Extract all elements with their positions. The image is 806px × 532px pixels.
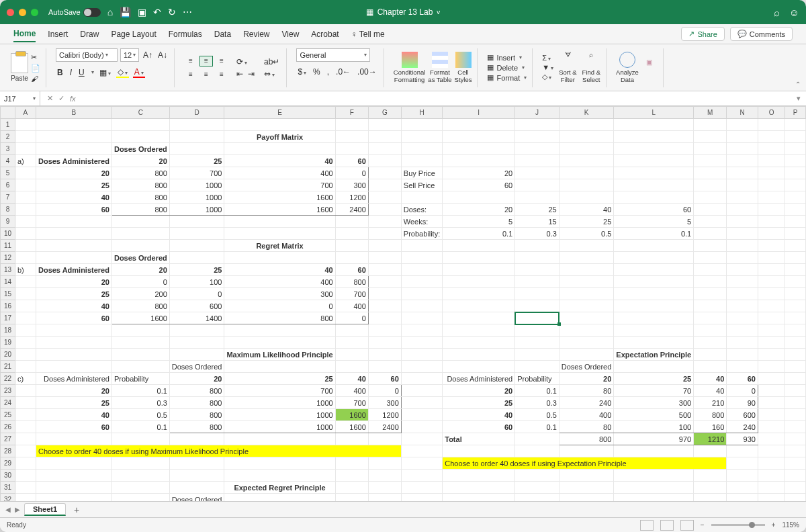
cell[interactable] bbox=[111, 470, 169, 482]
search-icon[interactable]: ⌕ bbox=[774, 7, 780, 18]
cell[interactable] bbox=[559, 312, 614, 324]
cell[interactable] bbox=[694, 252, 727, 264]
cell[interactable] bbox=[727, 143, 758, 155]
row-header[interactable]: 7 bbox=[1, 191, 15, 204]
tab-draw[interactable]: Draw bbox=[80, 27, 99, 42]
row-header[interactable]: 29 bbox=[1, 457, 15, 470]
cell[interactable]: 40 bbox=[335, 373, 368, 385]
cell[interactable]: 240 bbox=[559, 397, 614, 409]
row-header[interactable]: 6 bbox=[1, 179, 15, 191]
cell[interactable] bbox=[15, 167, 36, 179]
cell[interactable] bbox=[169, 482, 224, 494]
row-header[interactable]: 9 bbox=[1, 216, 15, 228]
cell[interactable] bbox=[368, 240, 401, 252]
cell[interactable] bbox=[401, 373, 442, 385]
cell[interactable]: 0.3 bbox=[515, 228, 559, 240]
cell[interactable] bbox=[559, 276, 614, 288]
cell[interactable]: 60 bbox=[443, 421, 515, 433]
cell[interactable] bbox=[335, 119, 368, 131]
cell[interactable] bbox=[727, 300, 758, 312]
cell[interactable]: 800 bbox=[111, 300, 169, 312]
align-center-icon[interactable]: ≡ bbox=[199, 69, 213, 80]
cell[interactable] bbox=[515, 240, 559, 252]
cell[interactable] bbox=[335, 324, 368, 337]
cell[interactable] bbox=[694, 228, 727, 240]
cancel-icon[interactable]: ✕ bbox=[47, 94, 53, 103]
cell[interactable] bbox=[111, 240, 169, 252]
cell[interactable] bbox=[36, 457, 111, 470]
cell[interactable] bbox=[368, 494, 401, 502]
cell[interactable] bbox=[614, 337, 694, 349]
col-header[interactable]: K bbox=[559, 107, 614, 119]
format-cells-button[interactable]: ▦ Format ▾ bbox=[487, 73, 527, 82]
cell[interactable]: 700 bbox=[224, 385, 335, 397]
cell[interactable] bbox=[401, 155, 442, 167]
cell[interactable]: 15 bbox=[515, 216, 559, 228]
cell[interactable]: Choose to order 40 doses if using Expect… bbox=[443, 457, 727, 470]
cell[interactable] bbox=[443, 119, 515, 131]
cell[interactable] bbox=[758, 324, 785, 337]
cell[interactable]: 1400 bbox=[169, 312, 224, 324]
cell[interactable] bbox=[758, 457, 785, 470]
cell[interactable] bbox=[515, 143, 559, 155]
cell[interactable] bbox=[758, 409, 785, 421]
currency-icon[interactable]: $▾ bbox=[296, 67, 308, 77]
cell[interactable]: 20 bbox=[443, 385, 515, 397]
cell[interactable]: Doses Administered bbox=[36, 264, 111, 276]
cell[interactable] bbox=[443, 445, 515, 457]
cell[interactable]: 0 bbox=[169, 288, 224, 300]
cell[interactable] bbox=[727, 240, 758, 252]
col-header[interactable]: L bbox=[614, 107, 694, 119]
cell[interactable] bbox=[785, 179, 806, 191]
italic-button[interactable]: I bbox=[69, 68, 73, 77]
cell[interactable] bbox=[401, 482, 442, 494]
cell[interactable] bbox=[515, 288, 559, 300]
cell[interactable] bbox=[169, 470, 224, 482]
cell[interactable] bbox=[758, 131, 785, 143]
close-icon[interactable] bbox=[7, 9, 14, 16]
cell[interactable]: Doses Ordered bbox=[111, 143, 169, 155]
cell[interactable] bbox=[758, 385, 785, 397]
toggle-icon[interactable] bbox=[83, 8, 101, 17]
cell[interactable] bbox=[758, 216, 785, 228]
cell[interactable] bbox=[335, 361, 368, 373]
cell[interactable] bbox=[727, 216, 758, 228]
font-name-select[interactable]: Calibri (Body)▾ bbox=[56, 48, 118, 62]
cell[interactable] bbox=[758, 119, 785, 131]
cell[interactable] bbox=[368, 300, 401, 312]
cell[interactable] bbox=[785, 119, 806, 131]
cell[interactable] bbox=[614, 167, 694, 179]
sheet-tab[interactable]: Sheet1 bbox=[24, 503, 66, 516]
conditional-formatting-button[interactable]: Conditional Formatting bbox=[394, 52, 426, 83]
cell[interactable] bbox=[785, 482, 806, 494]
cell[interactable] bbox=[401, 324, 442, 337]
more-icon[interactable]: ⋯ bbox=[183, 7, 192, 17]
cell[interactable] bbox=[694, 167, 727, 179]
cell[interactable] bbox=[727, 361, 758, 373]
cell[interactable] bbox=[443, 143, 515, 155]
cell[interactable] bbox=[368, 191, 401, 204]
cell[interactable]: 800 bbox=[169, 409, 224, 421]
cell[interactable] bbox=[15, 288, 36, 300]
cell[interactable] bbox=[335, 228, 368, 240]
cell[interactable]: 40 bbox=[694, 373, 727, 385]
cell[interactable]: 60 bbox=[443, 179, 515, 191]
cell[interactable]: 1000 bbox=[224, 397, 335, 409]
decrease-font-icon[interactable]: A↓ bbox=[156, 50, 169, 60]
cell[interactable] bbox=[758, 204, 785, 216]
cell[interactable] bbox=[169, 216, 224, 228]
col-header[interactable]: H bbox=[401, 107, 442, 119]
paste-button[interactable]: Paste bbox=[11, 53, 28, 82]
cell[interactable] bbox=[559, 155, 614, 167]
cell[interactable]: 800 bbox=[559, 433, 614, 445]
cell[interactable] bbox=[758, 445, 785, 457]
cell[interactable] bbox=[15, 179, 36, 191]
align-top-icon[interactable]: ≡ bbox=[184, 56, 197, 66]
cell[interactable]: 800 bbox=[111, 191, 169, 204]
cell[interactable] bbox=[758, 373, 785, 385]
cell[interactable] bbox=[515, 445, 559, 457]
spreadsheet-grid[interactable]: ABCDEFGHIJKLMNOP12Payoff Matrix3Doses Or… bbox=[0, 106, 806, 501]
cell[interactable] bbox=[727, 228, 758, 240]
cell[interactable] bbox=[727, 179, 758, 191]
cell[interactable]: 60 bbox=[335, 264, 368, 276]
